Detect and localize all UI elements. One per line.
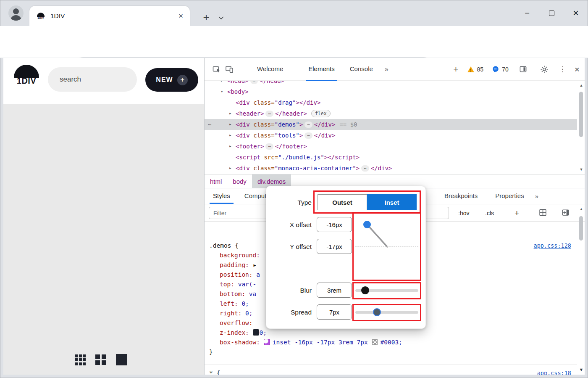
dock-side-button[interactable] <box>517 63 530 76</box>
property-value[interactable]: 0; <box>245 310 252 317</box>
offset-2d-pad[interactable] <box>355 215 418 278</box>
tab-elements[interactable]: Elements <box>306 58 337 81</box>
close-devtools-button[interactable]: × <box>575 64 580 74</box>
new-button[interactable]: NEW + <box>145 68 198 92</box>
shadow-editor-icon[interactable] <box>264 339 270 345</box>
inline-expand-icon[interactable]: ⋯ <box>304 122 312 128</box>
styles-scrollbar[interactable]: ▲ ▼ <box>578 206 585 373</box>
scroll-down-icon[interactable]: ▼ <box>580 167 583 172</box>
dom-tree-row[interactable]: ▸<div class="monaco-aria-container">⋯</d… <box>205 163 577 174</box>
dom-tree-row[interactable]: <script src="./bundle.js"></script> <box>205 152 577 163</box>
browser-tab[interactable]: 1DIV 1DIV × <box>29 6 190 26</box>
property-name[interactable]: z-index: <box>220 329 253 336</box>
tab-console[interactable]: Console <box>347 58 375 81</box>
expand-arrow-icon[interactable]: ▸ <box>229 130 232 141</box>
property-name[interactable]: background: <box>220 252 260 259</box>
dom-tree-row[interactable]: ▸<div class="tools">⋯</div> <box>205 130 577 141</box>
site-logo[interactable]: 1DIV <box>13 65 40 86</box>
settings-button[interactable] <box>538 63 551 76</box>
css-property-row[interactable]: box-shadow: inset -16px -17px 3rem 7px #… <box>209 338 577 347</box>
css-selector[interactable]: .demos <box>209 242 231 249</box>
profile-avatar-button[interactable] <box>8 5 24 21</box>
device-emulation-button[interactable] <box>223 63 236 76</box>
dom-tree-row[interactable]: <div class="drag"></div> <box>205 97 577 108</box>
property-name[interactable]: position: <box>220 271 256 278</box>
search-input[interactable] <box>48 67 137 92</box>
tab-close-icon[interactable]: × <box>178 11 183 21</box>
dom-tree-row[interactable]: ⋯▸<div class="demos">⋯</div>== $0 <box>205 119 577 130</box>
breadcrumb-body[interactable]: body <box>227 174 252 188</box>
shorthand-expand-icon[interactable]: ▶ <box>254 263 256 267</box>
property-value[interactable]: inset -16px -17px 3rem 7px <box>273 339 372 346</box>
tab-list-chevron-icon[interactable] <box>219 15 224 20</box>
expand-arrow-icon[interactable]: ▸ <box>229 163 232 174</box>
dom-tree-row[interactable]: ▸<head>⋯</head> <box>205 81 577 86</box>
property-name[interactable]: left: <box>220 300 242 307</box>
flex-badge[interactable]: flex <box>311 110 331 117</box>
blur-slider-thumb[interactable] <box>361 286 369 294</box>
grid-3x3-button[interactable] <box>75 354 86 365</box>
add-panel-button[interactable]: + <box>453 64 458 74</box>
expand-arrow-icon[interactable]: ▸ <box>220 81 223 86</box>
rendering-grid-button[interactable] <box>539 209 548 218</box>
hover-state-button[interactable]: :hov <box>458 204 469 222</box>
property-name[interactable]: bottom: <box>220 291 249 297</box>
inline-expand-icon[interactable]: ⋯ <box>250 81 258 84</box>
new-style-rule-button[interactable]: + <box>514 204 519 222</box>
y-offset-input[interactable] <box>317 239 352 254</box>
minimize-button[interactable]: − <box>515 5 539 21</box>
expand-arrow-icon[interactable]: ▸ <box>229 141 232 152</box>
stylesheet-link[interactable]: app.css:18 <box>537 368 571 375</box>
property-name[interactable]: box-shadow: <box>220 339 264 346</box>
scroll-up-icon[interactable]: ▲ <box>580 83 583 87</box>
row-menu-icon[interactable]: ⋯ <box>208 119 212 130</box>
property-name[interactable]: top: <box>220 281 238 288</box>
tab-breakpoints[interactable]: Breakpoints <box>441 188 481 204</box>
inline-expand-icon[interactable]: ⋯ <box>265 111 273 117</box>
expand-arrow-icon[interactable]: ▸ <box>229 108 232 119</box>
x-offset-input[interactable] <box>317 217 352 232</box>
dark-swatch-icon[interactable] <box>253 329 259 336</box>
grid-2x2-button[interactable] <box>95 354 106 365</box>
new-tab-button[interactable]: + <box>199 10 213 24</box>
offset-handle[interactable] <box>363 221 371 228</box>
property-name[interactable]: overflow: <box>220 320 253 326</box>
inline-expand-icon[interactable]: ⋯ <box>265 143 273 150</box>
dom-tree-row[interactable]: ▸<footer>⋯</footer> <box>205 141 577 152</box>
element-class-button[interactable]: .cls <box>485 204 494 222</box>
dom-tree-row[interactable]: ▾<body> <box>205 86 577 97</box>
spread-input[interactable] <box>317 304 352 320</box>
expand-arrow-icon[interactable]: ▸ <box>229 119 232 130</box>
property-value[interactable]: 0; <box>242 300 249 307</box>
property-name[interactable]: right: <box>220 310 245 317</box>
single-view-button[interactable] <box>116 354 127 365</box>
open-panel-button[interactable] <box>562 209 571 218</box>
property-value[interactable]: va <box>249 291 256 297</box>
dom-scrollbar[interactable]: ▲ ▼ <box>578 82 585 172</box>
outset-button[interactable]: Outset <box>318 194 367 210</box>
inline-expand-icon[interactable]: ⋯ <box>361 165 369 172</box>
property-name[interactable]: padding: <box>220 262 253 268</box>
close-window-button[interactable]: × <box>564 5 588 21</box>
inspect-element-button[interactable] <box>210 63 223 76</box>
warnings-counter[interactable]: 85 <box>467 66 484 73</box>
scroll-down-icon[interactable]: ▼ <box>579 367 584 372</box>
tab-properties[interactable]: Properties <box>492 188 527 204</box>
css-selector[interactable]: * <box>209 370 213 375</box>
tab-styles[interactable]: Styles <box>210 188 234 204</box>
color-swatch-icon[interactable] <box>372 339 378 345</box>
spread-slider[interactable] <box>355 308 418 317</box>
collapse-arrow-icon[interactable]: ▾ <box>220 86 223 97</box>
maximize-button[interactable] <box>539 5 564 21</box>
inline-expand-icon[interactable]: ⋯ <box>304 132 312 139</box>
tab-welcome[interactable]: Welcome <box>255 58 286 81</box>
scrollbar-thumb[interactable] <box>579 216 583 241</box>
scrollbar-thumb[interactable] <box>579 92 583 137</box>
css-property-row[interactable]: z-index: 0; <box>209 328 577 338</box>
dom-tree-row[interactable]: ▸<header>⋯</header>flex <box>205 108 577 119</box>
property-value[interactable]: 0; <box>260 329 267 336</box>
spread-slider-thumb[interactable] <box>373 308 381 316</box>
stylesheet-link[interactable]: app.css:128 <box>534 241 571 251</box>
messages-counter[interactable]: 70 <box>492 66 509 73</box>
blur-input[interactable] <box>317 283 352 298</box>
